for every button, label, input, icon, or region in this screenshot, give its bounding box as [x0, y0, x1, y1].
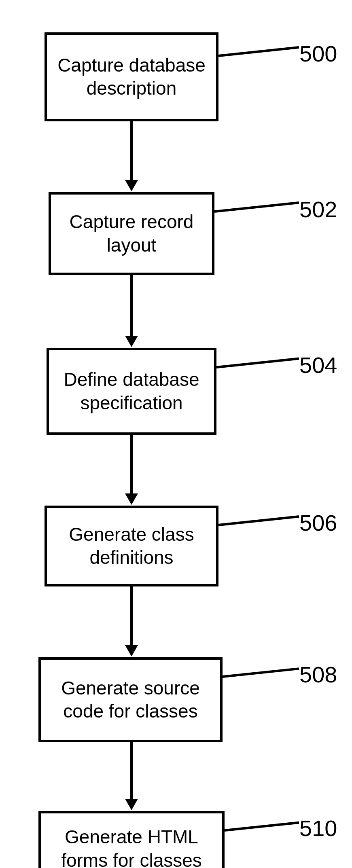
callout-line-508 [223, 667, 299, 678]
arrow-head-icon [125, 336, 138, 347]
arrow-shaft [130, 586, 133, 645]
arrow-head-icon [125, 493, 138, 505]
callout-line-504 [216, 358, 299, 368]
box-text: Generate HTML forms for classes [49, 826, 214, 868]
process-generate-class-defs: Generate class definitions [45, 506, 218, 586]
process-capture-record-layout: Capture record layout [49, 192, 214, 275]
callout-line-510 [225, 821, 299, 832]
box-text: Capture record layout [59, 210, 204, 257]
arrow-shaft [130, 742, 133, 799]
process-capture-db-description: Capture database description [45, 32, 218, 121]
box-text: Generate source code for classes [49, 677, 212, 723]
process-generate-source-code: Generate source code for classes [38, 657, 223, 742]
ref-label-506: 506 [299, 510, 337, 536]
ref-label-504: 504 [299, 352, 337, 378]
process-generate-html-forms: Generate HTML forms for classes [38, 811, 225, 868]
ref-label-502: 502 [299, 196, 337, 222]
arrow-head-icon [125, 799, 138, 810]
ref-label-508: 508 [299, 661, 337, 688]
arrow-shaft [130, 435, 133, 493]
flowchart-canvas: Capture database description 500 Capture… [0, 0, 352, 868]
arrow-head-icon [125, 180, 138, 191]
callout-line-502 [214, 201, 299, 213]
ref-label-500: 500 [299, 40, 337, 67]
arrow-head-icon [125, 645, 138, 656]
process-define-db-spec: Define database specification [47, 348, 216, 435]
ref-label-510: 510 [299, 815, 337, 841]
arrow-shaft [130, 121, 133, 180]
box-text: Generate class definitions [55, 523, 208, 569]
callout-line-500 [218, 46, 299, 57]
callout-line-506 [218, 515, 299, 526]
box-text: Capture database description [55, 54, 208, 100]
arrow-shaft [130, 275, 133, 336]
box-text: Define database specification [57, 368, 206, 415]
